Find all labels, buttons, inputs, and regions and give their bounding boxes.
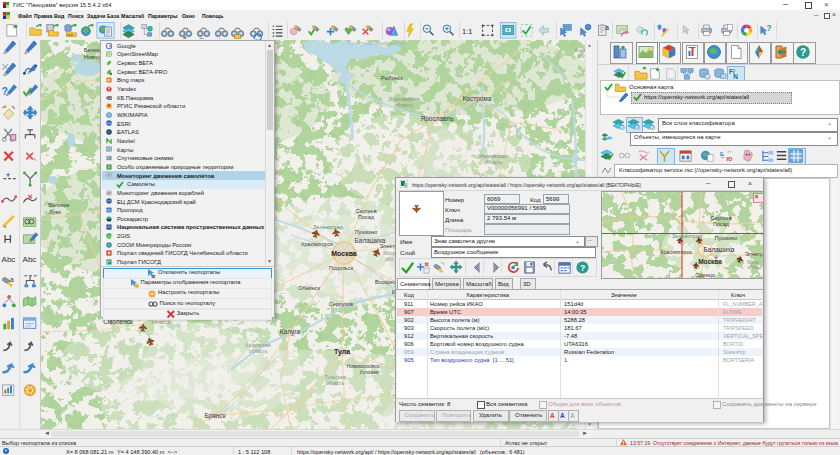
svg-text:N: N <box>733 73 738 80</box>
svg-text:?: ? <box>800 47 806 58</box>
svg-text:обла: обла <box>747 264 758 270</box>
svg-text:Одинцо: Одинцо <box>695 272 715 278</box>
svg-text:1:1: 1:1 <box>462 27 472 36</box>
svg-text:?: ? <box>767 24 772 33</box>
svg-text:Электр: Электр <box>745 251 763 257</box>
svg-text:Пушкино: Пушкино <box>715 235 738 241</box>
svg-text:a: a <box>605 24 609 31</box>
svg-text:область: область <box>326 380 345 386</box>
svg-text:© участники OpenStreetMap: © участники OpenStreetMap <box>347 40 406 46</box>
svg-text:Узловая: Узловая <box>360 369 379 375</box>
svg-text:Подольск: Подольск <box>329 265 354 271</box>
svg-text:Великие: Великие <box>48 202 69 208</box>
svg-text:Красногорск: Красногорск <box>660 249 692 255</box>
svg-text:Обнинск: Обнинск <box>298 285 320 291</box>
svg-text:Рыбинск: Рыбинск <box>381 75 404 81</box>
svg-text:обл: обл <box>385 256 393 262</box>
svg-text:Посад: Посад <box>358 214 375 220</box>
svg-text:область: область <box>484 159 503 165</box>
svg-text:a: a <box>10 276 14 283</box>
svg-text:нов: нов <box>67 33 73 37</box>
svg-text:Луки: Луки <box>49 209 61 215</box>
svg-text:Балашиха: Балашиха <box>704 246 735 253</box>
svg-text:Посад: Посад <box>713 221 730 227</box>
svg-text:?: ? <box>580 262 585 272</box>
svg-text:Тула: Тула <box>334 348 350 356</box>
svg-text:⊛: ⊛ <box>714 254 718 260</box>
svg-text:Красногорск: Красногорск <box>301 241 333 247</box>
svg-text:область: область <box>395 102 414 108</box>
svg-text:Москва: Москва <box>698 258 722 265</box>
svg-text:4Б: 4Б <box>106 95 112 101</box>
svg-text:Ярославль: Ярославль <box>420 115 454 123</box>
svg-text:область: область <box>249 348 268 354</box>
svg-text:Москва: Москва <box>331 250 357 257</box>
svg-text:Зеленоград: Зеленоград <box>313 224 344 230</box>
svg-text:2G: 2G <box>107 235 112 239</box>
svg-text:Кострома: Кострома <box>463 95 492 103</box>
svg-text:Пушкино: Пушкино <box>355 229 378 235</box>
svg-text:H: H <box>3 233 11 245</box>
svg-text:Брянск: Брянск <box>204 412 225 420</box>
svg-text:Abc: Abc <box>2 255 16 264</box>
svg-text:область: область <box>152 319 171 325</box>
svg-text:Abc: Abc <box>23 255 37 264</box>
svg-text:Калуга: Калуга <box>280 328 301 336</box>
svg-text:Б: Б <box>720 151 724 157</box>
svg-text:...: ... <box>217 35 222 40</box>
svg-text:П: П <box>107 208 110 213</box>
svg-text:Серпухов: Серпухов <box>329 301 354 307</box>
svg-text:...: ... <box>199 35 204 40</box>
svg-text:Ю: Ю <box>727 156 733 162</box>
